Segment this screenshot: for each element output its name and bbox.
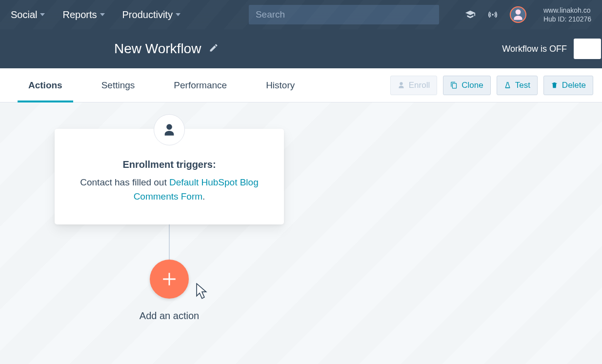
clone-icon	[450, 81, 458, 89]
chevron-down-icon	[100, 13, 105, 16]
clone-button[interactable]: Clone	[443, 76, 490, 95]
workflow-header: New Workflow Workflow is OFF	[0, 29, 602, 68]
person-icon	[162, 123, 176, 137]
nav-reports[interactable]: Reports	[62, 9, 104, 20]
add-action-button[interactable]	[150, 260, 189, 299]
top-menu: Social Reports Productivity	[11, 9, 181, 20]
tabs: Actions Settings Performance History	[23, 69, 300, 101]
trash-icon	[551, 81, 558, 89]
tab-bar: Actions Settings Performance History Enr…	[0, 68, 602, 102]
search-input[interactable]	[249, 5, 439, 24]
top-right-icons: www.linakoh.co Hub ID: 210276	[465, 6, 591, 23]
delete-label: Delete	[562, 81, 586, 90]
trigger-text: Contact has filled out Default HubSpot B…	[73, 175, 265, 204]
tab-settings[interactable]: Settings	[97, 69, 140, 101]
enroll-button: Enroll	[390, 76, 437, 95]
action-buttons: Enroll Clone Test Delete	[390, 76, 593, 95]
workflow-status-wrap: Workflow is OFF	[502, 39, 602, 59]
workflow-toggle[interactable]	[574, 39, 601, 59]
academy-icon[interactable]	[465, 9, 476, 20]
nav-reports-label: Reports	[62, 9, 97, 20]
enroll-label: Enroll	[409, 81, 430, 90]
tab-history[interactable]: History	[261, 69, 300, 101]
trigger-prefix: Contact has filled out	[80, 177, 169, 187]
nav-social[interactable]: Social	[11, 9, 45, 20]
edit-title-button[interactable]	[209, 43, 219, 55]
trigger-suffix: .	[202, 191, 205, 202]
chevron-down-icon	[40, 13, 45, 16]
nav-productivity[interactable]: Productivity	[122, 9, 181, 20]
workflow-title: New Workflow	[114, 41, 201, 57]
site-label: www.linakoh.co	[543, 6, 591, 15]
hub-info[interactable]: www.linakoh.co Hub ID: 210276	[538, 6, 591, 23]
workflow-status: Workflow is OFF	[502, 44, 567, 54]
workflow-column: Enrollment triggers: Contact has filled …	[55, 129, 284, 322]
clone-label: Clone	[462, 81, 483, 90]
test-label: Test	[515, 81, 530, 90]
connector-line	[169, 224, 170, 260]
nav-productivity-label: Productivity	[122, 9, 173, 20]
enrollment-trigger-card[interactable]: Enrollment triggers: Contact has filled …	[55, 129, 284, 224]
trigger-title: Enrollment triggers:	[73, 159, 265, 170]
test-button[interactable]: Test	[497, 76, 538, 95]
trigger-badge	[154, 114, 185, 145]
chevron-down-icon	[176, 13, 181, 16]
avatar[interactable]	[510, 6, 526, 23]
delete-button[interactable]: Delete	[543, 76, 593, 95]
top-nav: Social Reports Productivity www.linakoh.…	[0, 0, 602, 29]
hubid-label: Hub ID: 210276	[543, 15, 591, 23]
flask-icon	[504, 81, 511, 89]
workflow-canvas[interactable]: Enrollment triggers: Contact has filled …	[0, 102, 602, 364]
cursor-icon	[194, 283, 202, 295]
add-action-label: Add an action	[140, 310, 199, 322]
search-wrap	[249, 5, 439, 24]
broadcast-icon[interactable]	[487, 9, 498, 20]
tab-performance[interactable]: Performance	[169, 69, 232, 101]
tab-actions[interactable]: Actions	[23, 69, 67, 101]
pencil-icon	[209, 43, 219, 53]
enroll-icon	[398, 81, 405, 89]
nav-social-label: Social	[11, 9, 37, 20]
plus-icon	[161, 271, 178, 287]
